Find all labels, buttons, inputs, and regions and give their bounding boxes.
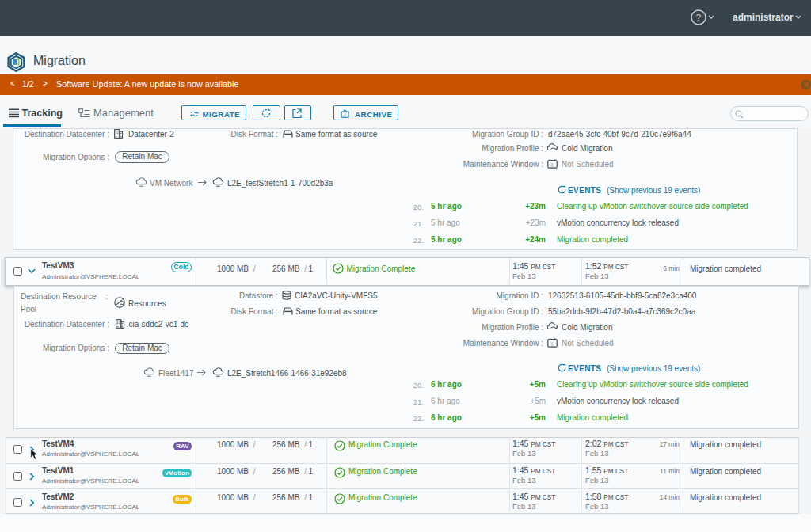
svg-text:?: ? bbox=[696, 13, 701, 22]
